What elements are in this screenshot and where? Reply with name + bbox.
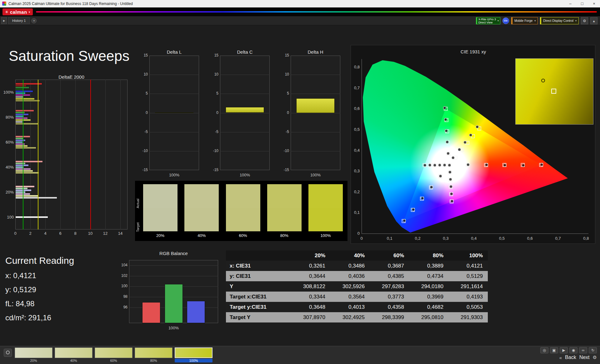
cie-measured-point	[412, 208, 415, 211]
pattern-swatch-label: 100%	[175, 359, 212, 362]
deltaC-ytick-label: -10	[210, 149, 218, 153]
deltaC-xlabel: 100%	[220, 173, 270, 177]
cie-measured-point	[449, 178, 452, 181]
deltae-bar	[16, 165, 28, 166]
cie-measured-point	[444, 118, 447, 121]
deltae-bar	[16, 138, 23, 139]
deltae-xtick-label: 0	[12, 231, 19, 236]
table-cell: 0,3773	[370, 292, 409, 302]
panel-toggle-button[interactable]: ▶	[1, 17, 7, 24]
gear-icon[interactable]: ⚙	[581, 17, 588, 24]
source-dropdown[interactable]: Mobile Forge ▾	[511, 17, 538, 24]
spectrum-strip	[36, 11, 597, 12]
pattern-swatch-40%[interactable]: 40%	[55, 347, 92, 362]
pattern-swatch-60%[interactable]: 60%	[95, 347, 132, 362]
levels-icon[interactable]: ◎	[540, 347, 548, 353]
swatch-target-80%	[267, 208, 302, 231]
maximize-button[interactable]: □	[576, 0, 588, 7]
rgb-ytick-label: 104	[119, 263, 128, 267]
add-history-button[interactable]: +	[31, 18, 37, 23]
cie-measured-point	[447, 152, 450, 155]
table-cell: 0,3344	[291, 292, 330, 302]
cie-measured-point	[433, 164, 436, 167]
deltaH-ytick-label: -15	[280, 168, 289, 172]
deltae-bar-group	[16, 204, 127, 229]
deltae-bar-group	[16, 130, 127, 155]
deltae-bar	[16, 197, 57, 199]
cie-measured-point	[458, 148, 461, 151]
table-header-cell: 20%	[291, 250, 330, 261]
gear-icon[interactable]: ⚙	[593, 355, 597, 360]
deltae-bar	[16, 147, 36, 149]
chevron-down-icon: ▾	[498, 19, 499, 22]
reading-x: x: 0,4121	[5, 271, 112, 280]
table-cell: 0,4385	[370, 271, 409, 281]
cie-measured-point	[430, 186, 433, 189]
deltaC-ytick-label: 0	[210, 111, 218, 115]
cie-measured-point	[485, 164, 488, 166]
cie-measured-point	[423, 164, 426, 167]
preview-window-button[interactable]	[4, 349, 12, 357]
cie-measured-point	[540, 163, 543, 166]
play-icon[interactable]: ▶	[560, 347, 568, 353]
cie-measured-point	[448, 164, 451, 167]
cie-measured-point	[464, 141, 467, 144]
target-icon[interactable]: ◉	[569, 347, 578, 353]
deltaL-gridline	[149, 132, 199, 132]
pattern-swatch-100%[interactable]: 100%	[175, 347, 212, 362]
table-cell: 0,4358	[370, 302, 409, 312]
deltaC-ytick-label: -5	[210, 130, 218, 134]
pattern-thumbnail	[175, 347, 212, 358]
deltaL-ytick-label: -10	[139, 149, 148, 153]
cie-measured-point	[467, 163, 469, 166]
delta-l-chart: Delta L151050-5-10-15100%	[139, 49, 205, 180]
table-cell: 0,4734	[409, 271, 448, 281]
brand-bar: ✳ calman ▾	[0, 7, 600, 16]
deltaC-title: Delta C	[220, 49, 270, 55]
pattern-swatch-80%[interactable]: 80%	[135, 347, 172, 362]
swatch-actual-20%	[143, 184, 178, 208]
minimize-button[interactable]: –	[564, 0, 576, 7]
collapse-icon[interactable]: ▴	[590, 17, 598, 24]
table-row-label: x: CIE31	[226, 261, 291, 271]
table-row-label: Target Y	[226, 312, 291, 322]
table-cell: 291,1614	[448, 281, 488, 292]
close-button[interactable]: ×	[588, 0, 600, 7]
deltae-reference-line	[90, 80, 91, 229]
deltae-bar	[16, 172, 39, 174]
delta-c-chart: Delta C151050-5-10-15100%	[210, 49, 275, 180]
swatch-row-label: Actual	[136, 186, 140, 208]
app-icon	[2, 2, 6, 6]
swatch-actual-100%	[308, 184, 343, 208]
deltaH-gridline	[291, 113, 340, 113]
meter-name: X-Rite i1Pro 3 Direct View	[478, 18, 496, 24]
next-button[interactable]: Next	[579, 355, 590, 360]
table-header-row: 20%40%60%80%100%	[226, 250, 488, 261]
back-button[interactable]: Back	[565, 355, 576, 360]
deltae-bar	[16, 117, 28, 119]
lock-icon[interactable]: ▣	[550, 347, 558, 353]
chevron-down-icon: ▾	[534, 19, 536, 22]
deltae-bar	[16, 87, 29, 88]
pattern-swatch-20%[interactable]: 20%	[15, 347, 52, 362]
deltae-bar	[16, 96, 23, 98]
refresh-icon[interactable]: ↻	[589, 347, 597, 353]
meter-dropdown[interactable]: X-Rite i1Pro 3 Direct View ▾	[476, 17, 500, 24]
table-cell: 302,4925	[330, 312, 370, 322]
table-cell: 0,4121	[448, 261, 488, 271]
deltaC-gridline	[220, 75, 270, 75]
deltaL-xlabel: 100%	[149, 173, 199, 177]
display-control-dropdown[interactable]: Direct Display Control ▾	[540, 17, 579, 24]
deltae-bar	[16, 98, 34, 100]
back-icon[interactable]: «	[559, 355, 562, 360]
deltaL-ytick-label: 10	[139, 72, 148, 76]
tab-history-1[interactable]: History 1	[8, 17, 30, 24]
swatch-column-label: 100%	[308, 233, 343, 238]
session-controls: ◎▣▶◉∞↻ « Back Next ⚙	[516, 347, 597, 360]
cie-measured-point	[438, 164, 441, 166]
pattern-thumbnail	[55, 347, 92, 358]
deltaH-ytick-label: 0	[280, 111, 289, 115]
calman-logo[interactable]: ✳ calman ▾	[2, 8, 33, 15]
link-icon[interactable]: ∞	[579, 347, 587, 353]
current-reading-title: Current Reading	[5, 255, 112, 266]
